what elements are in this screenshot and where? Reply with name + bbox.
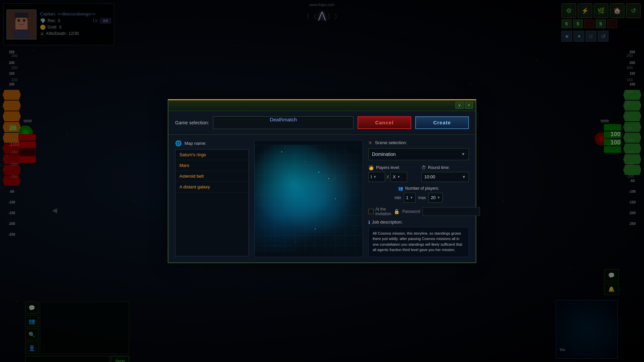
config-panel: ✕ Scene selection: Domination ▼ 🧑 Player… [368, 140, 469, 257]
scene-dropdown[interactable]: Domination ▼ [368, 148, 469, 160]
job-description-section: ℹ Job description: All Cosmos mission, t… [368, 220, 469, 257]
modal-divider [168, 134, 476, 135]
invitation-row: At the invitation 🔒 Password [368, 207, 469, 216]
map-panel: 🌐 Map name: Saturn's rings Mars Asteroid… [175, 140, 249, 257]
map-item-asteroid-belt[interactable]: Asteroid belt [175, 171, 249, 182]
max-label: max [418, 195, 426, 200]
modal-close-button[interactable]: × [465, 102, 473, 109]
lock-icon: 🔒 [394, 209, 399, 214]
max-count-select[interactable]: 20 ▼ [428, 193, 442, 203]
players-count-header: 👥 Number of players: [368, 186, 469, 191]
to-label: X [386, 175, 389, 179]
round-time-group: ⏱ Round time: 10:00 ▼ [421, 165, 469, 182]
map-list: Saturn's rings Mars Asteroid belt A dist… [175, 149, 249, 256]
modal-overlay: v × Game selection: Deathmatch Cancel Cr… [0, 0, 644, 362]
modal-minimize-button[interactable]: v [455, 102, 464, 109]
cancel-button[interactable]: Cancel [358, 116, 411, 129]
job-description-text: All Cosmos mission, this storyline, so s… [368, 227, 469, 257]
job-description-label-text: Job description: [372, 220, 402, 225]
password-input[interactable] [423, 207, 480, 216]
create-button[interactable]: Create [415, 116, 469, 129]
map-item-saturns-rings[interactable]: Saturn's rings [175, 149, 249, 160]
players-count-icon: 👥 [398, 186, 403, 191]
scene-value: Domination [372, 152, 396, 157]
map-preview [254, 140, 363, 257]
modal-titlebar: v × [168, 100, 476, 111]
globe-icon: 🌐 [175, 140, 182, 146]
modal-content: Game selection: Deathmatch Cancel Create… [168, 111, 476, 262]
round-time-icon: ⏱ [421, 165, 426, 170]
at-invitation-label: At the invitation [375, 207, 391, 216]
invitation-checkbox[interactable] [368, 209, 374, 214]
max-arrow: ▼ [437, 196, 440, 199]
player-level-icon: 🧑 [368, 165, 374, 170]
map-preview-inner [255, 145, 363, 252]
players-level-label: 🧑 Players level: [368, 165, 416, 170]
level-from-arrow: ▼ [373, 175, 377, 179]
star-dots [255, 145, 363, 252]
job-description-header: ℹ Job description: [368, 220, 469, 225]
players-level-group: 🧑 Players level: I ▼ X X [368, 165, 416, 182]
time-select-arrow: ▼ [462, 175, 466, 179]
round-time-select[interactable]: 10:00 ▼ [421, 172, 469, 182]
dropdown-arrow-icon: ▼ [461, 152, 465, 157]
game-selection-value[interactable]: Deathmatch [213, 116, 354, 129]
scene-x-icon: ✕ [368, 140, 372, 145]
level-to-select[interactable]: X ▼ [390, 172, 407, 182]
invitation-checkbox-item: At the invitation [368, 207, 391, 216]
map-panel-header: 🌐 Map name: [175, 140, 249, 146]
game-selection-label: Game selection: [175, 120, 209, 125]
min-count-select[interactable]: 1 ▼ [404, 193, 416, 203]
level-to-arrow: ▼ [397, 175, 400, 179]
map-item-mars[interactable]: Mars [175, 160, 249, 171]
modal-dialog: v × Game selection: Deathmatch Cancel Cr… [168, 99, 476, 263]
scene-selection-header: ✕ Scene selection: [368, 140, 469, 145]
game-selection-row: Game selection: Deathmatch Cancel Create [175, 116, 469, 129]
scene-selection-label: Scene selection: [375, 140, 407, 145]
map-item-distant-galaxy[interactable]: A distant galaxy [175, 182, 249, 192]
map-name-label: Map name: [184, 141, 206, 146]
min-arrow: ▼ [410, 196, 413, 199]
level-from-select[interactable]: I ▼ [368, 172, 385, 182]
password-label: Password [402, 209, 420, 214]
min-label: min [394, 195, 401, 200]
modal-main: 🌐 Map name: Saturn's rings Mars Asteroid… [175, 140, 469, 257]
players-count-section: 👥 Number of players: min 1 ▼ max 20 [368, 186, 469, 203]
level-select-row: I ▼ X X ▼ [368, 172, 416, 182]
min-max-row: min 1 ▼ max 20 ▼ [368, 193, 469, 203]
info-icon: ℹ [368, 220, 370, 225]
round-time-label: ⏱ Round time: [421, 165, 469, 170]
config-row-level-time: 🧑 Players level: I ▼ X X [368, 165, 469, 182]
